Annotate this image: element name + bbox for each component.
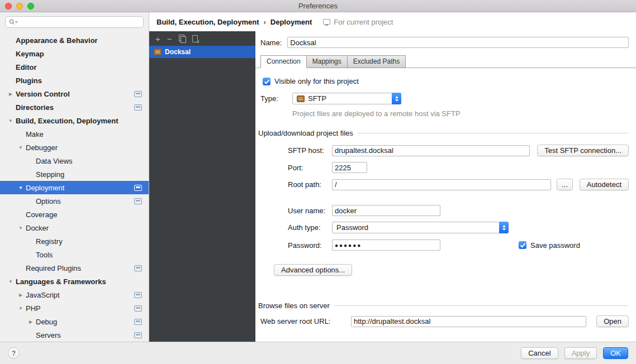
auth-type-select[interactable]: Password: [332, 222, 509, 233]
copy-server-icon[interactable]: [179, 35, 186, 42]
search-input[interactable]: [21, 18, 140, 26]
minimize-button[interactable]: [16, 3, 23, 9]
shared-settings-icon: [134, 332, 142, 338]
breadcrumb-separator-icon: ›: [263, 18, 265, 26]
add-server-icon[interactable]: +: [155, 35, 160, 43]
close-button[interactable]: [5, 3, 12, 9]
sidebar-item-label: Servers: [36, 331, 61, 339]
tab-mappings[interactable]: Mappings: [307, 55, 348, 68]
sidebar-item-build-execution-deployment[interactable]: ▼Build, Execution, Deployment: [0, 114, 149, 127]
sidebar-item-label: Appearance & Behavior: [16, 36, 98, 45]
sidebar-item-debugger[interactable]: ▼Debugger: [0, 141, 149, 154]
current-project-icon: [323, 19, 330, 25]
sftp-host-input[interactable]: [332, 145, 530, 156]
chevron-down-icon[interactable]: ▼: [16, 185, 26, 190]
chevron-right-icon[interactable]: ▶: [26, 319, 36, 324]
sidebar-item-appearance-behavior[interactable]: Appearance & Behavior: [0, 33, 149, 47]
sidebar-item-docker[interactable]: ▼Docker: [0, 221, 149, 234]
web-root-label: Web server root URL:: [260, 317, 351, 325]
dropdown-stepper-icon: [392, 93, 401, 104]
sidebar-item-directories[interactable]: Directories: [0, 100, 149, 114]
sidebar-item-plugins[interactable]: Plugins: [0, 74, 149, 87]
title-bar: Preferences: [0, 0, 636, 12]
remove-server-icon[interactable]: −: [167, 35, 172, 43]
tab-excluded-paths[interactable]: Excluded Paths: [348, 55, 406, 68]
sidebar-item-languages-frameworks[interactable]: ▼Languages & Frameworks: [0, 275, 149, 288]
ok-button[interactable]: OK: [603, 347, 628, 359]
apply-button[interactable]: Apply: [564, 347, 597, 359]
tab-connection[interactable]: Connection: [260, 55, 307, 68]
auth-type-value: Password: [336, 223, 368, 232]
port-label: Port:: [288, 164, 332, 172]
sidebar-item-version-control[interactable]: ▶Version Control: [0, 87, 149, 100]
sftp-type-icon: [297, 95, 305, 102]
sidebar-item-label: Deployment: [26, 184, 64, 192]
sidebar-item-editor[interactable]: Editor: [0, 60, 149, 74]
visible-only-checkbox[interactable]: [263, 78, 270, 85]
paste-server-icon[interactable]: [192, 35, 198, 42]
scope-label: For current project: [334, 18, 393, 26]
advanced-options-button[interactable]: Advanced options...: [274, 264, 352, 276]
window-title: Preferences: [0, 2, 636, 10]
sidebar-item-php[interactable]: ▼PHP: [0, 301, 149, 315]
type-label: Type:: [260, 94, 292, 103]
shared-settings-icon: [134, 198, 142, 204]
settings-search[interactable]: [5, 16, 144, 28]
sidebar-item-debug[interactable]: ▶Debug: [0, 315, 149, 328]
name-input[interactable]: [287, 37, 629, 48]
web-root-input[interactable]: [351, 316, 586, 327]
chevron-right-icon[interactable]: ▶: [6, 92, 16, 97]
sidebar-item-label: Languages & Frameworks: [16, 277, 106, 286]
save-password-label: Save password: [530, 241, 580, 250]
shared-settings-icon: [134, 292, 142, 298]
server-list-item[interactable]: Docksal: [149, 46, 255, 58]
breadcrumb-item[interactable]: Deployment: [270, 18, 312, 26]
help-button[interactable]: ?: [8, 347, 20, 359]
scope-indicator: For current project: [323, 18, 393, 26]
sidebar-item-label: PHP: [26, 304, 41, 313]
sidebar-item-make[interactable]: Make: [0, 127, 149, 141]
user-name-input[interactable]: [332, 205, 440, 216]
shared-settings-icon: [134, 319, 142, 325]
test-connection-button[interactable]: Test SFTP connection...: [537, 145, 629, 156]
sidebar-item-coverage[interactable]: Coverage: [0, 208, 149, 221]
sidebar-item-required-plugins[interactable]: Required Plugins: [0, 261, 149, 275]
shared-settings-icon: [134, 185, 142, 191]
sidebar-item-servers[interactable]: Servers: [0, 328, 149, 342]
settings-tree: Appearance & BehaviorKeymapEditorPlugins…: [0, 30, 149, 342]
port-input[interactable]: [332, 162, 367, 173]
sidebar-item-deployment[interactable]: ▼Deployment: [0, 181, 149, 194]
sftp-server-icon: [154, 49, 162, 55]
section-divider: [334, 305, 629, 306]
breadcrumb: Build, Execution, Deployment › Deploymen…: [149, 12, 636, 31]
chevron-down-icon[interactable]: ▼: [6, 279, 16, 284]
root-path-input[interactable]: [332, 179, 551, 190]
chevron-right-icon[interactable]: ▶: [16, 293, 26, 298]
sidebar-item-data-views[interactable]: Data Views: [0, 154, 149, 167]
zoom-button[interactable]: [27, 3, 34, 9]
sidebar-item-label: Registry: [36, 237, 63, 246]
chevron-down-icon[interactable]: ▼: [16, 145, 26, 150]
chevron-down-icon[interactable]: ▼: [16, 306, 26, 311]
cancel-button[interactable]: Cancel: [521, 347, 558, 359]
shared-settings-icon: [134, 91, 142, 97]
password-label: Password:: [288, 241, 332, 250]
breadcrumb-item[interactable]: Build, Execution, Deployment: [156, 18, 259, 26]
open-url-button[interactable]: Open: [596, 315, 629, 327]
sidebar-item-stepping[interactable]: Stepping: [0, 167, 149, 181]
chevron-down-icon[interactable]: ▼: [16, 226, 26, 231]
sidebar-item-keymap[interactable]: Keymap: [0, 47, 149, 60]
sftp-host-label: SFTP host:: [288, 146, 332, 155]
sidebar-item-tools[interactable]: Tools: [0, 248, 149, 261]
chevron-down-icon[interactable]: ▼: [6, 118, 16, 123]
sidebar-item-javascript[interactable]: ▶JavaScript: [0, 288, 149, 301]
autodetect-button[interactable]: Autodetect: [580, 179, 629, 190]
sidebar-item-options[interactable]: Options: [0, 194, 149, 208]
type-select[interactable]: SFTP: [292, 93, 401, 104]
password-input[interactable]: [332, 240, 440, 251]
sidebar-item-label: Version Control: [16, 90, 70, 98]
save-password-checkbox[interactable]: [519, 241, 526, 249]
upload-section-title: Upload/download project files: [258, 129, 353, 137]
browse-root-button[interactable]: ...: [557, 179, 573, 190]
sidebar-item-registry[interactable]: Registry: [0, 234, 149, 248]
